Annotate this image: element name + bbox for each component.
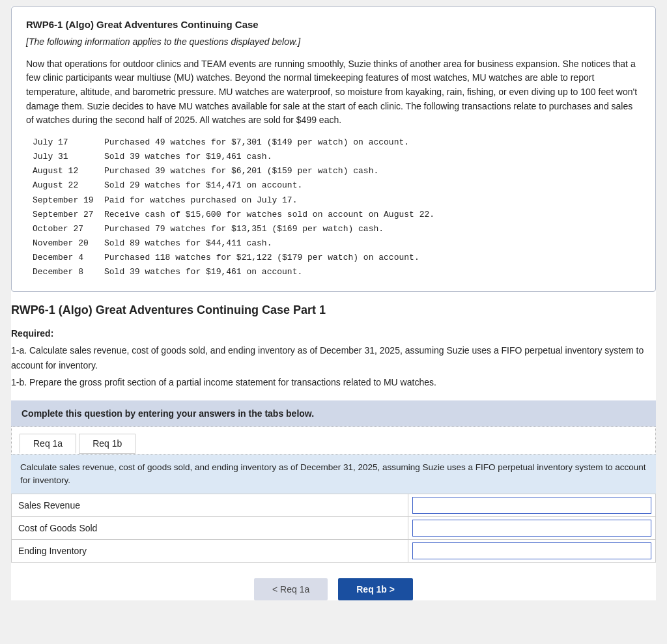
table-row: Sales Revenue xyxy=(12,494,656,517)
row-input-1[interactable] xyxy=(412,520,651,537)
transaction-row: October 27Purchased 79 watches for $13,3… xyxy=(33,222,641,236)
next-button[interactable]: Req 1b > xyxy=(338,578,413,600)
instruction-box: Complete this question by entering your … xyxy=(11,400,656,427)
row-input-cell-2 xyxy=(408,540,655,563)
prev-button[interactable]: < Req 1a xyxy=(254,578,328,600)
trans-date: August 12 xyxy=(33,164,104,178)
transaction-row: August 22Sold 29 watches for $14,471 on … xyxy=(33,178,641,193)
transaction-row: August 12Purchased 39 watches for $6,201… xyxy=(33,164,641,178)
trans-desc: Purchased 79 watches for $13,351 ($169 p… xyxy=(104,222,384,236)
tab-req1a[interactable]: Req 1a xyxy=(20,434,76,454)
transaction-row: September 27Receive cash of $15,600 for … xyxy=(33,208,641,222)
trans-desc: Sold 89 watches for $44,411 cash. xyxy=(104,236,272,251)
transaction-row: November 20Sold 89 watches for $44,411 c… xyxy=(33,236,641,251)
table-row: Ending Inventory xyxy=(12,540,656,563)
trans-desc: Paid for watches purchased on July 17. xyxy=(104,193,297,208)
required-label: Required: xyxy=(11,328,53,339)
transaction-row: September 19Paid for watches purchased o… xyxy=(33,193,641,208)
info-card-body: Now that operations for outdoor clinics … xyxy=(26,57,641,128)
trans-desc: Purchased 39 watches for $6,201 ($159 pe… xyxy=(104,164,378,178)
tab-req1b[interactable]: Req 1b xyxy=(79,434,135,454)
transactions-list: July 17Purchased 49 watches for $7,301 (… xyxy=(33,135,641,279)
trans-date: August 22 xyxy=(33,178,104,193)
row-input-cell-0 xyxy=(408,494,655,517)
info-card-title: RWP6-1 (Algo) Great Adventures Continuin… xyxy=(26,19,641,30)
trans-desc: Sold 29 watches for $14,471 on account. xyxy=(104,178,302,193)
transaction-row: December 8Sold 39 watches for $19,461 on… xyxy=(33,265,641,279)
info-card: RWP6-1 (Algo) Great Adventures Continuin… xyxy=(11,7,656,292)
trans-date: July 31 xyxy=(33,150,104,164)
nav-buttons: < Req 1a Req 1b > xyxy=(11,578,656,600)
row-input-0[interactable] xyxy=(412,497,651,514)
trans-date: July 17 xyxy=(33,135,104,150)
trans-date: December 8 xyxy=(33,265,104,279)
trans-desc: Sold 39 watches for $19,461 cash. xyxy=(104,150,272,164)
part1-title: RWP6-1 (Algo) Great Adventures Continuin… xyxy=(11,303,656,317)
req1b-description: 1-b. Prepare the gross profit section of… xyxy=(11,375,656,389)
trans-date: September 19 xyxy=(33,193,104,208)
trans-date: November 20 xyxy=(33,236,104,251)
transaction-row: December 4Purchased 118 watches for $21,… xyxy=(33,251,641,265)
trans-date: October 27 xyxy=(33,222,104,236)
trans-desc: Sold 39 watches for $19,461 on account. xyxy=(104,265,302,279)
trans-desc: Receive cash of $15,600 for watches sold… xyxy=(104,208,434,222)
table-row: Cost of Goods Sold xyxy=(12,517,656,540)
trans-desc: Purchased 49 watches for $7,301 ($149 pe… xyxy=(104,135,409,150)
transaction-row: July 17Purchased 49 watches for $7,301 (… xyxy=(33,135,641,150)
transaction-row: July 31Sold 39 watches for $19,461 cash. xyxy=(33,150,641,164)
blue-instruction: Calculate sales revenue, cost of goods s… xyxy=(11,455,656,494)
row-input-cell-1 xyxy=(408,517,655,540)
trans-date: December 4 xyxy=(33,251,104,265)
row-label-0: Sales Revenue xyxy=(12,494,408,517)
required-section: Required: 1-a. Calculate sales revenue, … xyxy=(11,326,656,390)
tabs-container: Req 1a Req 1b xyxy=(11,427,656,455)
info-card-subtitle: [The following information applies to th… xyxy=(26,35,641,49)
row-input-2[interactable] xyxy=(412,542,651,559)
trans-date: September 27 xyxy=(33,208,104,222)
input-table: Sales Revenue Cost of Goods Sold Ending … xyxy=(11,494,656,563)
row-label-2: Ending Inventory xyxy=(12,540,408,563)
row-label-1: Cost of Goods Sold xyxy=(12,517,408,540)
req1a-description: 1-a. Calculate sales revenue, cost of go… xyxy=(11,343,656,372)
trans-desc: Purchased 118 watches for $21,122 ($179 … xyxy=(104,251,419,265)
